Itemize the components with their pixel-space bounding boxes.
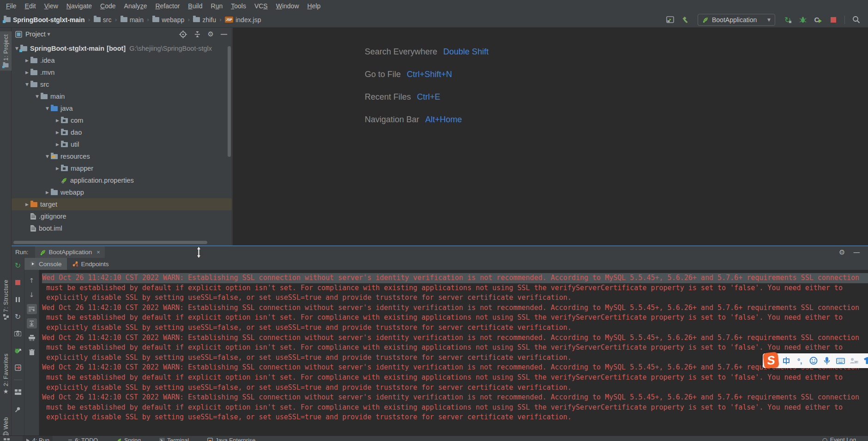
restart-button[interactable]: ↻ — [13, 311, 23, 322]
tree-right-arrow-icon[interactable]: ▶ — [24, 202, 30, 207]
statusbar-item-spring[interactable]: Spring — [113, 436, 144, 441]
tree-right-arrow-icon[interactable]: ▶ — [54, 166, 61, 171]
print-icon[interactable] — [27, 333, 37, 343]
hide-panel-icon[interactable]: — — [221, 30, 227, 38]
menu-item-window[interactable]: Window — [272, 1, 303, 11]
tree-row-mapper[interactable]: ▶mapper — [12, 162, 232, 174]
statusbar-item-6-todo[interactable]: ≡6: TODO — [65, 436, 101, 441]
ime-keyboard-icon[interactable] — [835, 355, 846, 366]
build-hammer-icon[interactable] — [680, 14, 691, 25]
breadcrumb-project[interactable]: SpringBoot-stglxt-main — [4, 16, 85, 24]
tree-horizontal-scrollbar[interactable] — [13, 241, 207, 244]
tree-down-arrow-icon[interactable]: ▼ — [44, 106, 51, 111]
menu-item-help[interactable]: Help — [303, 1, 325, 11]
tree-row-com[interactable]: ▶com — [12, 114, 232, 126]
breadcrumb-file[interactable]: JSPindex.jsp — [225, 16, 261, 24]
ime-chinese-mode-icon[interactable] — [780, 355, 792, 366]
stop-button[interactable] — [13, 277, 23, 287]
stripe-item-favorites[interactable]: 2: Favorites ★ — [0, 351, 12, 398]
tree-row-target[interactable]: ▶target — [12, 198, 232, 210]
locate-file-icon[interactable] — [179, 30, 187, 38]
tree-row-webapp[interactable]: ▶webapp — [12, 186, 232, 198]
tree-right-arrow-icon[interactable]: ▶ — [54, 130, 61, 135]
tree-right-arrow-icon[interactable]: ▶ — [24, 58, 30, 63]
attach-debugger-icon[interactable] — [13, 346, 23, 356]
tree-row-main[interactable]: ▼main — [12, 90, 232, 102]
rerun-button[interactable]: ↻ — [13, 260, 23, 270]
run-tab-bootapplication[interactable]: BootApplication × — [35, 246, 105, 258]
tree-row-util[interactable]: ▶util — [12, 138, 232, 150]
clear-all-icon[interactable] — [27, 347, 37, 357]
ime-voice-icon[interactable] — [821, 355, 832, 366]
tree-down-arrow-icon[interactable]: ▼ — [44, 154, 51, 159]
menu-item-run[interactable]: Run — [207, 1, 227, 11]
console-output[interactable]: Wed Oct 26 11:42:10 CST 2022 WARN: Estab… — [39, 270, 868, 435]
chevron-down-icon[interactable]: ▼ — [48, 32, 50, 36]
soft-wrap-icon[interactable] — [27, 304, 37, 314]
breadcrumb-zhifu[interactable]: zhifu — [193, 16, 216, 24]
coverage-button[interactable]: C — [813, 14, 824, 25]
tree-row-resources[interactable]: ▼resources — [12, 150, 232, 162]
close-icon[interactable]: × — [96, 249, 100, 256]
tree-row-application.properties[interactable]: application.properties — [12, 174, 232, 186]
menu-item-file[interactable]: File — [2, 1, 21, 11]
tree-right-arrow-icon[interactable]: ▶ — [24, 70, 30, 75]
menu-item-build[interactable]: Build — [184, 1, 206, 11]
tree-right-arrow-icon[interactable]: ▶ — [44, 190, 51, 195]
breadcrumb-main[interactable]: main — [121, 16, 144, 24]
debug-button[interactable] — [797, 14, 808, 25]
stop-button[interactable] — [828, 14, 839, 25]
menu-item-navigate[interactable]: Navigate — [62, 1, 96, 11]
collapse-all-icon[interactable] — [194, 31, 201, 38]
gear-icon[interactable]: ⚙ — [208, 30, 214, 38]
exit-process-icon[interactable] — [13, 363, 23, 373]
tree-down-arrow-icon[interactable]: ▼ — [34, 94, 41, 99]
menu-item-refactor[interactable]: Refactor — [151, 1, 184, 11]
menu-item-edit[interactable]: Edit — [21, 1, 40, 11]
stripe-item-structure[interactable]: 7: Structure — [0, 277, 12, 322]
menu-item-tools[interactable]: Tools — [227, 1, 250, 11]
scroll-to-end-icon[interactable] — [27, 318, 37, 328]
toolwindow-panel-icon[interactable] — [664, 14, 675, 25]
run-button[interactable]: ↻ — [782, 14, 793, 25]
gear-icon[interactable]: ⚙ — [839, 248, 845, 256]
tree-row-dao[interactable]: ▶dao — [12, 126, 232, 138]
sogou-logo[interactable]: S — [763, 352, 779, 369]
tree-vertical-scrollbar[interactable] — [228, 46, 231, 157]
thread-dump-camera-icon[interactable] — [13, 328, 23, 339]
pause-output-button[interactable] — [13, 294, 23, 304]
ime-account-icon[interactable] — [848, 355, 860, 366]
menu-item-view[interactable]: View — [40, 1, 62, 11]
run-configuration-select[interactable]: BootApplication ▼ — [698, 14, 775, 26]
statusbar-item-terminal[interactable]: Terminal — [156, 436, 192, 441]
pin-icon[interactable] — [13, 404, 23, 414]
tree-row-.gitignore[interactable]: .gitignore — [12, 210, 232, 222]
menu-item-code[interactable]: Code — [96, 1, 120, 11]
tree-row-src[interactable]: ▼src — [12, 78, 232, 90]
menu-item-vcs[interactable]: VCS — [250, 1, 272, 11]
restore-layout-icon[interactable] — [13, 387, 23, 397]
up-stack-trace-icon[interactable]: ↑ — [27, 275, 37, 286]
tab-endpoints[interactable]: Endpoints — [67, 258, 114, 270]
ime-skin-icon[interactable] — [862, 355, 868, 366]
statusbar-item-java-enterprise[interactable]: Java Enterprise — [204, 436, 259, 441]
project-panel-title[interactable]: Project — [25, 30, 46, 38]
search-everywhere-icon[interactable] — [850, 14, 862, 25]
tree-row-.mvn[interactable]: ▶.mvn — [12, 66, 232, 78]
tree-right-arrow-icon[interactable]: ▶ — [54, 142, 61, 147]
toolwindow-switcher-icon[interactable] — [3, 436, 11, 441]
menu-item-analyze[interactable]: Analyze — [120, 1, 151, 11]
ime-punctuation-icon[interactable]: °, — [794, 355, 805, 366]
event-log-button[interactable]: ○ Event Log — [822, 436, 856, 441]
ime-emoji-icon[interactable] — [808, 355, 819, 366]
tree-row-springboot-stglxt-main[interactable]: ▼SpringBoot-stglxt-main[boot]G:\shejiing… — [12, 42, 232, 54]
stripe-item-project[interactable]: 1: Project — [0, 31, 12, 71]
tree-right-arrow-icon[interactable]: ▶ — [54, 118, 61, 123]
hide-panel-icon[interactable]: — — [854, 249, 860, 256]
breadcrumb-webapp[interactable]: webapp — [152, 16, 184, 24]
down-stack-trace-icon[interactable]: ↓ — [27, 290, 37, 300]
tree-down-arrow-icon[interactable]: ▼ — [24, 82, 30, 87]
tree-row-boot.iml[interactable]: boot.iml — [12, 222, 232, 234]
tab-console[interactable]: Console — [24, 258, 67, 270]
tree-row-.idea[interactable]: ▶.idea — [12, 54, 232, 66]
